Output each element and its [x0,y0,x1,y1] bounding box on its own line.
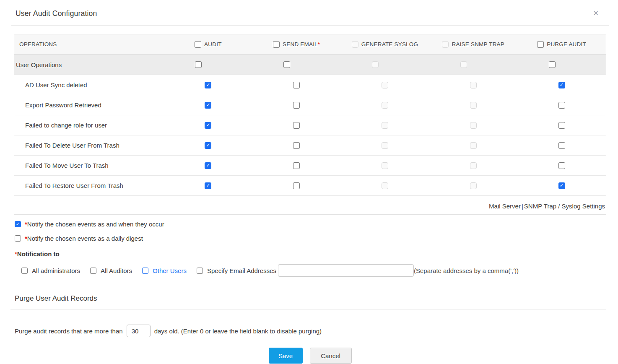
specify-email-checkbox[interactable] [197,268,203,274]
generate-syslog-column-checkbox [352,41,358,48]
table-row: Failed To Move User To Trash [14,156,606,176]
raise-snmp-trap-checkbox [460,61,467,68]
raise-snmp-trap-checkbox [470,162,477,169]
audit-column-checkbox[interactable] [195,41,201,48]
purge-audit-checkbox[interactable] [558,102,565,109]
other-users-label[interactable]: Other Users [153,267,187,274]
header-cell-audit: AUDIT [164,41,252,48]
column-header-generate-syslog: GENERATE SYSLOG [361,41,418,47]
column-header-audit: AUDIT [204,41,222,47]
header-cell-operations: OPERATIONS [14,41,164,47]
audit-checkbox[interactable] [205,82,211,88]
generate-syslog-checkbox [382,122,388,129]
operation-label: Export Password Retrieved [25,101,101,109]
audit-checkbox[interactable] [205,162,211,169]
purge-audit-checkbox[interactable] [558,182,565,189]
email-addresses-input[interactable] [278,264,414,277]
raise-snmp-trap-checkbox [470,182,477,189]
generate-syslog-checkbox [382,162,388,169]
audit-checkbox[interactable] [205,182,211,189]
all-administrators-checkbox[interactable] [21,268,28,274]
all-auditors-checkbox[interactable] [90,268,96,274]
header-cell-raise-snmp-trap: RAISE SNMP TRAP [429,41,517,48]
notify-digest-checkbox[interactable] [15,235,21,242]
action-buttons: Save Cancel [14,348,606,364]
notify-occur-checkbox[interactable] [15,221,21,227]
notification-recipients-row: All administrators All Auditors Other Us… [21,264,606,277]
operation-label: Failed To Restore User From Trash [25,182,123,189]
purge-audit-checkbox[interactable] [558,122,565,129]
generate-syslog-checkbox [372,61,379,68]
purge-audit-column-checkbox[interactable] [537,41,544,48]
notify-digest-row: *Notify the chosen events as a daily dig… [15,235,606,242]
separator-hint: (Separate addresses by a comma(',')) [414,267,519,274]
specify-email-label: Specify Email Addresses [207,267,276,274]
purge-text-before: Purge audit records that are more than [15,328,123,335]
purge-divider [10,309,606,309]
notify-occur-row: *Notify the chosen events as and when th… [15,221,606,228]
send-email-checkbox[interactable] [283,61,290,68]
notification-to-label: *Notification to [15,250,606,257]
required-asterisk: * [318,41,320,47]
audit-checkbox[interactable] [205,122,211,129]
purge-section-heading: Purge User Audit Records [15,294,606,303]
dialog-content: OPERATIONS AUDIT SEND EMAIL* GENERATE SY… [0,34,618,364]
table-row: AD User Sync deleted [14,75,606,95]
dialog-header: User Audit Configuration ✕ [0,0,618,18]
table-header-row: OPERATIONS AUDIT SEND EMAIL* GENERATE SY… [14,34,606,55]
recipient-other-users: Other Users [142,267,187,274]
notify-occur-label: *Notify the chosen events as and when th… [25,221,164,228]
recipient-specify-email: Specify Email Addresses [197,267,276,274]
all-administrators-label: All administrators [32,267,80,274]
purge-text-after: days old. (Enter 0 or leave the field bl… [154,328,322,335]
send-email-checkbox[interactable] [293,162,300,169]
operation-label: Failed To Delete User From Trash [25,142,119,149]
footer-link-separator: | [522,203,523,210]
purge-audit-checkbox[interactable] [549,61,556,68]
column-header-purge-audit: PURGE AUDIT [547,41,586,47]
header-divider [11,25,609,26]
user-audit-configuration-dialog: User Audit Configuration ✕ OPERATIONS AU… [0,0,618,364]
snmp-trap-syslog-settings-link[interactable]: SNMP Trap / Syslog Settings [524,203,605,210]
table-row: Failed To Restore User From Trash [14,176,606,196]
cancel-button[interactable]: Cancel [310,348,352,364]
audit-checkbox[interactable] [205,102,211,109]
purge-days-input[interactable] [127,325,151,337]
all-auditors-label: All Auditors [101,267,132,274]
column-header-send-email: SEND EMAIL* [283,41,320,47]
send-email-column-checkbox[interactable] [273,41,280,48]
table-footer: Mail Server | SNMP Trap / Syslog Setting… [14,196,606,214]
table-row: Failed to change role for user [14,115,606,135]
raise-snmp-trap-checkbox [470,122,477,129]
send-email-checkbox[interactable] [293,102,300,109]
purge-audit-checkbox[interactable] [558,142,565,149]
send-email-checkbox[interactable] [293,182,300,189]
group-row-label: User Operations [16,61,62,68]
purge-audit-checkbox[interactable] [558,82,565,88]
raise-snmp-trap-checkbox [470,102,477,109]
audit-checkbox[interactable] [195,61,202,68]
close-icon[interactable]: ✕ [593,10,599,17]
generate-syslog-checkbox [382,142,388,149]
generate-syslog-checkbox [382,182,388,189]
mail-server-link[interactable]: Mail Server [489,203,521,210]
other-users-checkbox[interactable] [142,268,148,274]
send-email-checkbox[interactable] [293,142,300,149]
raise-snmp-trap-checkbox [470,142,477,149]
table-group-row-user-operations: User Operations [14,55,606,75]
save-button[interactable]: Save [269,348,303,364]
purge-audit-checkbox[interactable] [558,162,565,169]
send-email-checkbox[interactable] [293,122,300,129]
raise-snmp-trap-column-checkbox [442,41,449,48]
operation-label: Failed to change role for user [25,122,107,129]
recipient-all-auditors: All Auditors [90,267,132,274]
audit-table: OPERATIONS AUDIT SEND EMAIL* GENERATE SY… [14,34,606,215]
table-row: Export Password Retrieved [14,95,606,115]
header-cell-generate-syslog: GENERATE SYSLOG [341,41,429,48]
operation-label: AD User Sync deleted [25,81,87,88]
send-email-checkbox[interactable] [293,82,300,88]
recipient-all-administrators: All administrators [21,267,80,274]
audit-checkbox[interactable] [205,142,211,149]
page-title: User Audit Configuration [16,9,599,18]
header-cell-send-email: SEND EMAIL* [252,41,341,48]
